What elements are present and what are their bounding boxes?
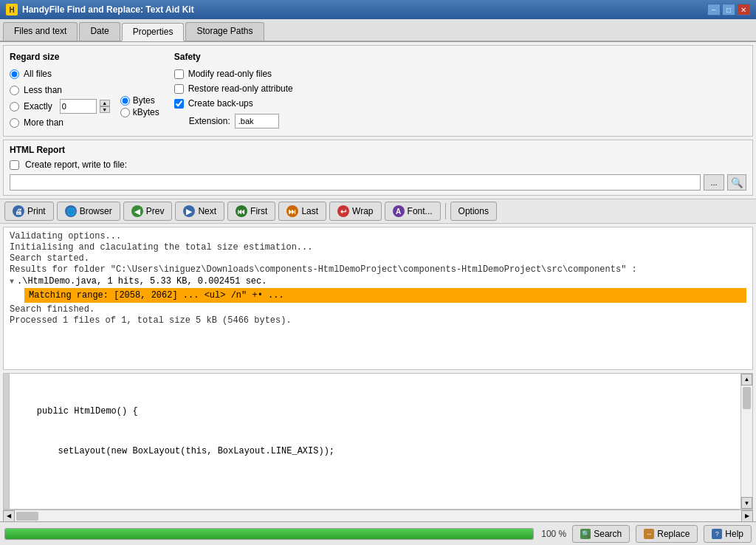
less-than-radio[interactable]: [10, 86, 19, 95]
font-button[interactable]: A Font...: [385, 202, 441, 221]
horizontal-scrollbar[interactable]: ◀ ▶: [3, 510, 753, 521]
restore-readonly-checkbox[interactable]: [174, 84, 184, 94]
title-bar: H HandyFile Find and Replace: Text Aid K…: [0, 0, 756, 19]
more-than-radio[interactable]: [10, 118, 19, 128]
result-line-6: Processed 1 files of 1, total size 5 kB …: [10, 315, 746, 326]
help-button[interactable]: ? Help: [704, 525, 752, 543]
maximize-button[interactable]: □: [722, 4, 735, 16]
replace-icon: ↔: [644, 529, 654, 539]
scroll-up-button[interactable]: ▲: [741, 374, 752, 385]
prev-icon: ◀: [131, 205, 143, 217]
bytes-label: Bytes: [133, 95, 155, 106]
all-files-label: All files: [24, 69, 52, 79]
report-search-icon: 🔍: [731, 177, 743, 188]
spin-up-button[interactable]: ▲: [100, 100, 110, 106]
first-button[interactable]: ⏮ First: [227, 202, 275, 221]
tab-properties[interactable]: Properties: [122, 23, 185, 41]
tab-files-text[interactable]: Files and text: [3, 22, 78, 41]
properties-panel: Regard size All files Less than Exactly: [3, 45, 753, 137]
toolbar-separator: [445, 203, 446, 219]
tree-toggle-icon[interactable]: ▼: [10, 278, 14, 286]
spin-down-button[interactable]: ▼: [100, 106, 110, 113]
h-scroll-track[interactable]: [15, 510, 741, 521]
result-line-5: Search finished.: [10, 304, 746, 315]
minimize-button[interactable]: −: [707, 4, 721, 16]
create-backups-checkbox[interactable]: [174, 99, 184, 109]
browser-button[interactable]: 🌐 Browser: [57, 202, 120, 221]
more-than-label: More than: [24, 117, 63, 128]
result-file-item[interactable]: ▼ .\HtmlDemo.java, 1 hits, 5.33 KB, 0.00…: [10, 276, 746, 287]
prev-button[interactable]: ◀ Prev: [123, 202, 173, 221]
app-icon: H: [6, 4, 18, 16]
window-title: HandyFile Find and Replace: Text Aid Kit: [22, 4, 194, 15]
progress-bar-fill: [5, 529, 533, 539]
all-files-radio[interactable]: [10, 69, 19, 79]
restore-readonly-row: Restore read-only attribute: [174, 81, 746, 96]
less-than-label: Less than: [24, 85, 62, 95]
browse-button[interactable]: ...: [704, 174, 724, 191]
modify-readonly-checkbox[interactable]: [174, 69, 184, 79]
result-line-3: Search started.: [10, 253, 746, 264]
create-report-label: Create report, write to file:: [25, 160, 127, 170]
title-bar-left: H HandyFile Find and Replace: Text Aid K…: [6, 4, 194, 16]
exactly-radio[interactable]: [10, 102, 19, 112]
next-icon: ▶: [183, 205, 195, 217]
spin-buttons: ▲ ▼: [100, 100, 110, 113]
replace-button[interactable]: ↔ Replace: [636, 525, 698, 543]
unit-radios: Bytes kBytes: [120, 95, 159, 117]
next-button[interactable]: ▶ Next: [175, 202, 224, 221]
exactly-row: Exactly ▲ ▼ Bytes: [10, 99, 159, 114]
extension-input[interactable]: [235, 114, 279, 128]
vertical-scrollbar[interactable]: ▲ ▼: [740, 374, 752, 510]
create-report-checkbox[interactable]: [10, 160, 19, 170]
code-line-3: [16, 484, 735, 498]
report-path-row: ... 🔍: [10, 174, 746, 191]
report-icon-button[interactable]: 🔍: [727, 174, 746, 191]
toolbar: 🖨 Print 🌐 Browser ◀ Prev ▶ Next ⏮ First …: [0, 199, 756, 224]
file-item-label: .\HtmlDemo.java, 1 hits, 5.33 KB, 0.0024…: [17, 276, 267, 287]
modify-readonly-label: Modify read-only files: [188, 69, 272, 79]
code-line-2: setLayout(new BoxLayout(this, BoxLayout.…: [16, 445, 735, 458]
match-highlight[interactable]: Matching range: [2058, 2062] ... <ul> /n…: [24, 288, 746, 303]
help-icon: ?: [712, 529, 722, 539]
tab-storage-paths[interactable]: Storage Paths: [185, 22, 264, 41]
progress-bar-container: [4, 528, 534, 540]
create-backups-label: Create back-ups: [188, 98, 253, 109]
h-scroll-right-button[interactable]: ▶: [741, 510, 753, 522]
h-scroll-left-button[interactable]: ◀: [3, 510, 15, 522]
scroll-track[interactable]: [741, 385, 752, 498]
result-line-2: Initialising and claculating the total s…: [10, 242, 746, 253]
create-report-row: Create report, write to file:: [10, 160, 746, 170]
results-panel: Validating options... Initialising and c…: [3, 227, 753, 370]
html-report-label: HTML Report: [10, 145, 746, 155]
print-icon: 🖨: [13, 205, 24, 217]
close-button[interactable]: ✕: [737, 4, 750, 16]
wrap-icon: ↩: [337, 205, 349, 217]
bytes-row: Bytes: [120, 95, 159, 106]
size-number-input[interactable]: [60, 99, 97, 114]
safety-section: Safety Modify read-only files Restore re…: [174, 52, 746, 130]
h-scroll-thumb[interactable]: [16, 512, 38, 521]
bytes-radio[interactable]: [120, 96, 130, 106]
more-than-row: More than: [10, 115, 159, 130]
exactly-label: Exactly: [24, 101, 52, 112]
tab-date[interactable]: Date: [79, 22, 120, 41]
restore-readonly-label: Restore read-only attribute: [188, 83, 293, 94]
options-button[interactable]: Options: [450, 202, 497, 221]
code-content[interactable]: public HtmlDemo() { setLayout(new BoxLay…: [10, 374, 740, 510]
search-icon: 🔍: [580, 529, 591, 539]
all-files-row: All files: [10, 66, 159, 81]
regard-size-section: Regard size All files Less than Exactly: [10, 52, 159, 130]
scroll-thumb[interactable]: [743, 387, 751, 409]
code-panel: public HtmlDemo() { setLayout(new BoxLay…: [3, 373, 753, 510]
extension-label: Extension:: [189, 116, 230, 126]
wrap-button[interactable]: ↩ Wrap: [329, 202, 381, 221]
last-icon: ⏭: [286, 205, 298, 217]
scroll-down-button[interactable]: ▼: [741, 497, 752, 509]
main-container: Files and text Date Properties Storage P…: [0, 19, 756, 545]
search-button[interactable]: 🔍 Search: [572, 525, 630, 543]
report-path-input[interactable]: [10, 174, 701, 191]
print-button[interactable]: 🖨 Print: [4, 202, 54, 221]
last-button[interactable]: ⏭ Last: [278, 202, 326, 221]
status-bar: 100 % 🔍 Search ↔ Replace ? Help: [0, 521, 756, 545]
